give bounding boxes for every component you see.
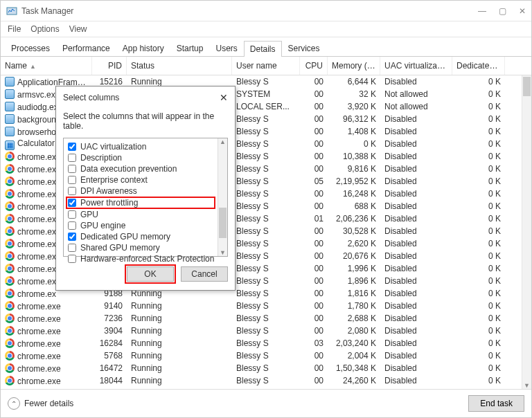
vertical-scrollbar[interactable]: ▲ ▼ [522, 75, 531, 389]
col-ded[interactable]: Dedicated ... [452, 57, 505, 75]
column-option[interactable]: UAC virtualization [68, 141, 227, 152]
column-option[interactable]: Data execution prevention [68, 163, 227, 174]
process-uac: Disabled [380, 275, 452, 287]
tab-users[interactable]: Users [209, 40, 243, 56]
column-checkbox[interactable] [68, 187, 76, 195]
col-status[interactable]: Status [127, 57, 232, 75]
tab-app-history[interactable]: App history [116, 40, 170, 56]
process-user: Blessy S [232, 325, 300, 336]
table-row[interactable]: chrome.exe5768RunningBlessy S002,004 KDi… [1, 349, 531, 362]
column-option[interactable]: Hardware-enforced Stack Protection [68, 253, 227, 264]
column-checkbox[interactable] [68, 221, 76, 230]
column-option[interactable]: GPU [68, 209, 227, 220]
col-uac[interactable]: UAC virtualizati... [380, 57, 452, 75]
process-cpu: 00 [300, 325, 328, 336]
column-checkbox[interactable] [68, 176, 76, 184]
col-cpu[interactable]: CPU [300, 57, 328, 75]
process-uac: Disabled [380, 251, 452, 262]
process-icon [5, 102, 15, 111]
column-checkbox[interactable] [68, 210, 76, 219]
process-icon [5, 351, 15, 361]
column-option-label: UAC virtualization [80, 142, 146, 152]
column-checkbox[interactable] [68, 255, 76, 263]
cancel-button[interactable]: Cancel [181, 266, 228, 282]
column-option[interactable]: DPI Awareness [68, 185, 227, 197]
list-scrollbar[interactable]: ▲ ▼ [218, 138, 227, 256]
table-row[interactable]: chrome.exe7236RunningBlessy S002,688 KDi… [1, 312, 531, 325]
table-row[interactable]: chrome.exe9140RunningBlessy S001,780 KDi… [1, 300, 531, 312]
minimize-button[interactable]: — [478, 6, 486, 16]
process-pid: 16472 [92, 363, 127, 374]
tab-services[interactable]: Services [282, 40, 326, 56]
process-icon [5, 89, 15, 99]
process-ded: 0 K [452, 226, 505, 237]
process-uac: Disabled [380, 288, 452, 299]
column-option-label: Shared GPU memory [80, 243, 160, 253]
tab-performance[interactable]: Performance [56, 40, 116, 56]
process-ded: 0 K [452, 363, 505, 374]
column-checkbox[interactable] [68, 233, 76, 241]
tab-startup[interactable]: Startup [170, 40, 210, 56]
process-mem: 10,388 K [328, 151, 380, 162]
process-uac: Disabled [380, 201, 452, 212]
column-checkbox[interactable] [68, 165, 76, 173]
process-name: chrome.ex [17, 190, 56, 199]
dialog-close-button[interactable]: ✕ [220, 92, 228, 103]
column-option[interactable]: Description [68, 152, 227, 163]
process-status: Running [127, 313, 232, 324]
fewer-details-button[interactable]: ⌃ Fewer details [8, 397, 73, 410]
process-uac: Disabled [380, 213, 452, 224]
column-checkbox[interactable] [68, 154, 76, 162]
ok-button[interactable]: OK [127, 266, 174, 282]
table-header: Name▲ PID Status User name CPU Memory (a… [1, 57, 531, 75]
col-user[interactable]: User name [232, 57, 300, 75]
col-mem[interactable]: Memory (ac... [328, 57, 380, 75]
process-icon [5, 164, 15, 174]
table-row[interactable]: chrome.exe16472RunningBlessy S001,50,348… [1, 362, 531, 374]
process-cpu: 01 [300, 213, 328, 224]
process-status: Running [127, 300, 232, 311]
column-option[interactable]: Shared GPU memory [68, 242, 227, 253]
menu-file[interactable]: File [8, 24, 21, 34]
column-checkbox[interactable] [68, 199, 76, 207]
menu-view[interactable]: View [69, 24, 87, 34]
tab-processes[interactable]: Processes [5, 40, 56, 56]
process-user: Blessy S [232, 275, 300, 287]
process-user: Blessy S [232, 126, 300, 137]
maximize-button[interactable]: ▢ [499, 6, 506, 16]
process-cpu: 00 [300, 163, 328, 174]
column-option-label: Enterprise context [80, 175, 148, 185]
process-name: Calculator [17, 138, 55, 148]
process-cpu: 00 [300, 113, 328, 125]
column-option[interactable]: GPU engine [68, 220, 227, 231]
scrollbar-thumb[interactable] [523, 77, 531, 96]
menu-options[interactable]: Options [30, 24, 59, 34]
scroll-up-arrow[interactable]: ▲ [218, 138, 227, 145]
column-option-label: GPU engine [80, 221, 125, 230]
col-pid[interactable]: PID [92, 57, 127, 75]
column-option[interactable]: Dedicated GPU memory [68, 231, 227, 242]
column-checkbox[interactable] [68, 244, 76, 252]
process-cpu: 00 [300, 300, 328, 311]
process-status: Running [127, 375, 232, 386]
scroll-down-arrow[interactable]: ▼ [522, 382, 531, 389]
end-task-button[interactable]: End task [468, 395, 524, 412]
scrollbar-thumb[interactable] [219, 208, 227, 238]
tab-details[interactable]: Details [244, 41, 282, 57]
column-option[interactable]: Power throttling [66, 197, 215, 208]
table-row[interactable]: chrome.exe16284RunningBlessy S032,03,240… [1, 337, 531, 349]
table-row[interactable]: chrome.exe3904RunningBlessy S002,080 KDi… [1, 325, 531, 337]
process-name: chrome.ex [17, 252, 56, 262]
process-cpu: 00 [300, 188, 328, 199]
col-name[interactable]: Name▲ [1, 57, 92, 75]
titlebar[interactable]: Task Manager — ▢ ✕ [1, 1, 531, 21]
menu-bar: FileOptionsView [1, 21, 531, 37]
table-row[interactable]: chrome.exe18044RunningBlessy S0024,260 K… [1, 374, 531, 387]
process-mem: 1,408 K [328, 126, 380, 137]
scroll-down-arrow[interactable]: ▼ [218, 249, 227, 256]
column-checkbox[interactable] [68, 143, 76, 151]
column-option[interactable]: Enterprise context [68, 174, 227, 185]
process-cpu: 05 [300, 176, 328, 187]
process-ded: 0 K [452, 313, 505, 324]
close-button[interactable]: ✕ [519, 6, 526, 16]
